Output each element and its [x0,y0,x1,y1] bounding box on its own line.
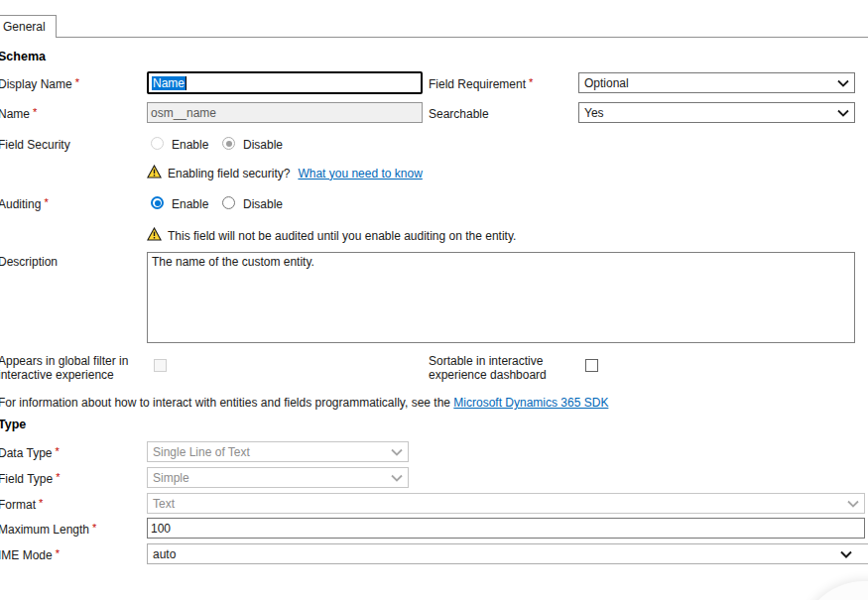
description-label: Description [0,255,58,269]
dynamics-365-sdk-link[interactable]: Microsoft Dynamics 365 SDK [453,396,608,410]
data-type-select: Single Line of Text [147,441,409,462]
searchable-label: Searchable [429,107,489,121]
sdk-note-text: For information about how to interact wi… [0,396,450,410]
section-title-schema: Schema [0,50,46,63]
chevron-down-icon [391,445,403,459]
maximum-length-input[interactable]: 100 [147,518,865,539]
display-name-label: Display Name* [0,77,79,91]
auditing-disable-label: Disable [243,197,283,211]
tab-general[interactable]: General [0,15,57,38]
field-security-warning-text: Enabling field security? [168,167,290,180]
required-asterisk: * [39,497,43,509]
required-asterisk: * [75,76,79,88]
ime-mode-label: IME Mode* [0,548,60,562]
section-title-type: Type [0,418,26,431]
required-asterisk: * [44,196,48,208]
warning-icon [147,165,162,181]
name-label: Name* [0,107,37,121]
maximum-length-value: 100 [151,522,171,536]
field-type-value: Simple [153,471,189,485]
display-name-selected-text: Name [152,76,186,90]
required-asterisk: * [529,76,533,88]
ime-mode-value: auto [153,547,176,561]
warning-icon [147,227,162,244]
floating-button-partial [800,581,868,600]
sortable-dashboard-checkbox[interactable] [585,359,598,372]
what-you-need-to-know-link[interactable]: What you need to know [298,167,422,180]
field-properties-panel: General Schema Display Name* Name Field … [0,0,868,600]
name-input: osm__name [147,102,423,123]
field-security-label: Field Security [0,138,70,152]
required-asterisk: * [56,471,60,483]
required-asterisk: * [33,106,37,118]
auditing-warning: This field will not be audited until you… [147,227,518,244]
ime-mode-select[interactable]: auto [147,543,868,564]
tab-general-label: General [3,20,46,34]
required-asterisk: * [56,547,60,559]
chevron-down-icon [837,76,849,90]
description-textarea[interactable]: The name of the custom entity. [147,252,855,343]
field-security-warning: Enabling field security? What you need t… [147,165,423,181]
sortable-dashboard-label: Sortable in interactive experience dashb… [429,354,587,382]
format-label: Format* [0,498,43,512]
data-type-label: Data Type* [0,446,60,460]
format-value: Text [153,497,175,511]
searchable-select[interactable]: Yes [578,102,855,123]
auditing-enable-radio[interactable] [151,196,164,209]
data-type-value: Single Line of Text [153,445,250,459]
name-value: osm__name [151,106,216,120]
chevron-down-icon [391,471,403,485]
field-security-enable-label: Enable [172,138,208,152]
chevron-down-icon [837,106,849,120]
field-security-disable-radio [222,137,235,150]
chevron-down-icon [840,547,852,561]
field-requirement-value: Optional [584,76,629,90]
format-select: Text [147,493,865,514]
auditing-label: Auditing* [0,197,49,211]
sdk-note: For information about how to interact wi… [0,396,608,410]
appears-global-filter-label: Appears in global filter in interactive … [0,354,149,382]
required-asterisk: * [92,522,96,534]
field-type-label: Field Type* [0,472,60,486]
field-type-select: Simple [147,467,409,488]
field-requirement-select[interactable]: Optional [578,72,855,93]
appears-global-filter-checkbox [154,359,167,372]
field-security-disable-label: Disable [243,138,283,152]
chevron-down-icon [847,497,859,511]
maximum-length-label: Maximum Length* [0,523,96,537]
auditing-disable-radio[interactable] [222,196,235,209]
auditing-enable-label: Enable [172,197,208,211]
field-security-enable-radio [151,137,164,150]
field-requirement-label: Field Requirement* [429,77,533,91]
tab-strip-divider [48,37,868,38]
text-caret [186,76,186,90]
display-name-input[interactable]: Name [147,71,423,94]
required-asterisk: * [55,445,59,457]
searchable-value: Yes [584,106,604,120]
auditing-warning-text: This field will not be audited until you… [168,229,516,243]
